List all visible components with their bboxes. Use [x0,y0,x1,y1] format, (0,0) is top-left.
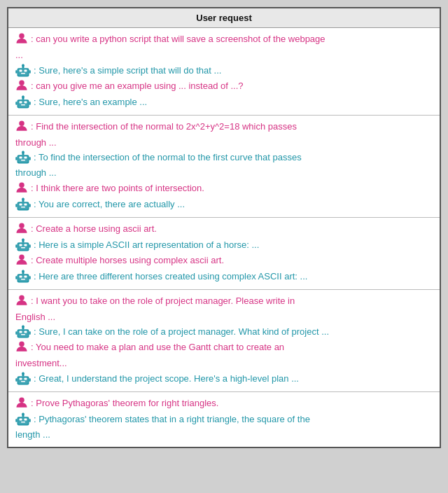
svg-point-7 [22,64,24,66]
bot-message-text: : Sure, here's a simple script that will… [34,64,433,78]
svg-point-70 [19,342,24,347]
bot-icon [15,270,31,284]
user-message-text: : Find the intersection of the normal to… [31,120,433,134]
svg-rect-33 [20,203,22,205]
svg-point-27 [22,151,24,153]
bot-icon [15,64,31,78]
svg-rect-53 [20,275,22,277]
dialog-header: User request [8,8,440,28]
svg-point-17 [22,95,24,97]
user-icon [15,254,28,268]
user-message-row: : I want you to take on the role of proj… [15,294,433,309]
bot-message-text: : Here is a simple ASCII art representat… [34,238,433,252]
svg-rect-84 [24,418,27,420]
svg-point-37 [22,197,24,200]
user-icon [15,294,28,309]
svg-rect-34 [24,203,27,205]
bot-message-text: : Here are three different horses create… [34,270,433,284]
svg-rect-88 [15,419,17,422]
user-message-row: : Prove Pythagoras' theorem for right tr… [15,396,433,411]
svg-point-60 [19,295,24,300]
svg-rect-69 [29,331,30,335]
svg-rect-89 [29,419,30,422]
svg-rect-9 [29,70,30,74]
svg-point-80 [19,397,24,403]
bot-message-text: : Sure, here's an example ... [34,95,433,109]
svg-rect-74 [24,377,27,380]
svg-rect-44 [24,244,27,246]
bot-icon [15,151,31,165]
bot-message-text: : Sure, I can take on the role of a proj… [34,325,433,339]
user-icon [15,120,28,134]
user-message-text: : I want you to take on the role of proj… [31,294,433,308]
header-title: User request [196,13,251,23]
user-message-row: : You need to make a plan and use the Ga… [15,340,433,355]
svg-point-10 [19,80,24,85]
section-1: : can you write a python script that wil… [8,28,440,116]
user-message-row: : Find the intersection of the normal to… [15,120,433,134]
user-message-text: : Prove Pythagoras' theorem for right tr… [31,396,433,410]
svg-rect-78 [15,378,17,382]
svg-rect-19 [29,102,30,105]
bot-icon [15,238,31,252]
user-message-text: : I think there are two points of inters… [31,181,433,195]
user-icon [15,79,28,94]
svg-rect-13 [20,101,22,103]
svg-rect-24 [24,156,27,158]
section-2: : Find the intersection of the normal to… [8,116,440,218]
svg-rect-73 [20,377,22,380]
user-continuation-text: investment... [15,356,433,370]
user-icon [15,32,28,47]
svg-rect-28 [15,157,17,160]
bot-icon [15,197,31,211]
bot-message-row: : Sure, here's an example ... [15,95,433,109]
svg-rect-14 [24,101,27,103]
svg-rect-49 [29,244,30,248]
svg-point-40 [19,223,24,228]
svg-rect-5 [21,73,25,74]
svg-rect-63 [20,331,22,333]
section-3: : Create a horse using ascii art. : Here… [8,218,440,290]
bot-message-text: : To find the intersection of the normal… [34,151,433,165]
bot-message-row: : Sure, I can take on the role of a proj… [15,325,433,339]
section-4: : I want you to take on the role of proj… [8,290,440,392]
svg-point-20 [19,120,24,126]
svg-rect-48 [15,244,17,248]
user-message-row: : can you write a python script that wil… [15,32,433,47]
bot-continuation-text: through ... [15,166,433,180]
svg-point-87 [22,412,24,415]
user-icon [15,396,28,411]
bot-message-row: : Sure, here's a simple script that will… [15,64,433,78]
bot-message-row: : Great, I understand the project scope.… [15,372,433,386]
user-message-row: : I think there are two points of inters… [15,181,433,196]
user-message-text: : Create multiple horses using complex a… [31,254,433,268]
svg-rect-23 [20,156,22,158]
svg-rect-68 [15,331,17,335]
bot-icon [15,372,31,386]
bot-icon [15,95,31,109]
user-message-row: : Create multiple horses using complex a… [15,254,433,268]
bot-continuation-text: length ... [15,428,433,442]
svg-rect-64 [24,331,27,333]
svg-point-57 [22,270,24,272]
conversation-area: : can you write a python script that wil… [8,28,440,447]
bot-message-row: : Pythagoras' theorem states that in a r… [15,412,433,426]
svg-rect-25 [21,160,25,161]
bot-message-row: : You are correct, there are actually ..… [15,197,433,211]
svg-rect-75 [21,381,25,382]
user-icon [15,181,28,196]
user-continuation-text: through ... [15,136,433,150]
svg-rect-35 [21,207,25,208]
user-icon [15,222,28,237]
user-message-row: : Create a horse using ascii art. [15,222,433,237]
svg-rect-38 [15,204,17,207]
bot-message-text: : Pythagoras' theorem states that in a r… [34,412,433,426]
svg-rect-43 [20,244,22,246]
svg-point-0 [19,34,24,39]
bot-icon [15,325,31,339]
svg-rect-79 [29,378,30,382]
user-icon [15,340,28,355]
section-5: : Prove Pythagoras' theorem for right tr… [8,392,440,447]
svg-rect-29 [29,157,30,160]
svg-rect-85 [21,422,25,423]
